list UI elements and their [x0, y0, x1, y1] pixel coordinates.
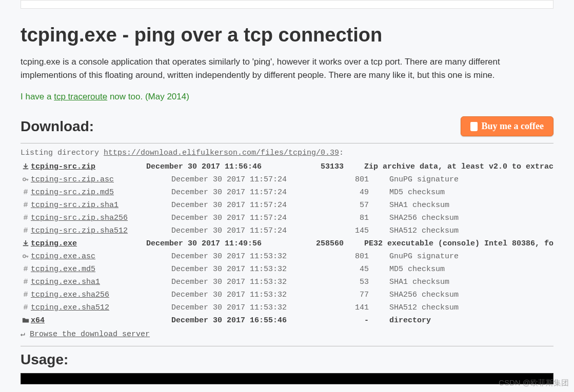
hash-icon: # — [21, 265, 31, 274]
browse-line: ↵ Browse the download server — [21, 327, 553, 343]
file-link[interactable]: tcping.exe.asc — [31, 252, 95, 261]
file-link[interactable]: tcping-src.zip.md5 — [31, 188, 114, 197]
file-date: December 30 2017 11:53:32 — [171, 291, 287, 299]
hash-icon: # — [21, 291, 31, 299]
file-size: 801 — [287, 252, 389, 261]
divider-bottom — [21, 346, 553, 346]
hash-icon: # — [21, 214, 31, 222]
file-desc: SHA1 checksum — [389, 201, 553, 210]
file-size: - — [287, 316, 389, 325]
usage-heading: Usage: — [21, 352, 553, 368]
file-date: December 30 2017 11:57:24 — [171, 214, 287, 222]
svg-rect-0 — [23, 169, 29, 170]
file-link[interactable]: x64 — [31, 316, 45, 325]
file-desc: SHA256 checksum — [389, 291, 553, 299]
traceroute-prefix: I have a — [21, 92, 54, 101]
page-title: tcping.exe - ping over a tcp connection — [21, 24, 553, 46]
file-row: #tcping.exe.md5December 30 2017 11:53:32… — [21, 263, 553, 276]
svg-point-1 — [23, 178, 26, 181]
hash-icon: # — [21, 303, 31, 312]
download-icon — [21, 163, 31, 170]
tcp-traceroute-link[interactable]: tcp traceroute — [54, 92, 107, 101]
hash-icon: # — [21, 278, 31, 286]
file-date: December 30 2017 11:53:32 — [171, 303, 287, 312]
file-size: 77 — [287, 291, 389, 299]
file-link[interactable]: tcping-src.zip.sha1 — [31, 201, 118, 210]
file-row: #tcping-src.zip.sha1December 30 2017 11:… — [21, 199, 553, 212]
return-icon: ↵ — [21, 330, 30, 339]
file-date: December 30 2017 11:57:24 — [171, 175, 287, 184]
file-desc: GnuPG signature — [389, 252, 553, 261]
file-desc: MD5 checksum — [389, 188, 553, 197]
file-row: #tcping-src.zip.sha256December 30 2017 1… — [21, 212, 553, 224]
file-size: 53133 — [262, 162, 364, 171]
svg-point-3 — [23, 255, 26, 258]
folder-icon — [21, 317, 31, 324]
file-desc: SHA256 checksum — [389, 214, 553, 222]
file-row: tcping.exe.ascDecember 30 2017 11:53:328… — [21, 250, 553, 263]
file-desc: directory — [389, 316, 553, 325]
download-icon — [21, 240, 31, 247]
coffee-label: Buy me a coffee — [482, 121, 544, 132]
file-row: #tcping.exe.sha512December 30 2017 11:53… — [21, 301, 553, 314]
file-row: #tcping-src.zip.sha512December 30 2017 1… — [21, 224, 553, 237]
file-link[interactable]: tcping-src.zip.asc — [31, 175, 114, 184]
file-desc: Zip archive data, at least v2.0 to extra… — [364, 162, 553, 171]
file-size: 81 — [287, 214, 389, 222]
file-link[interactable]: tcping.exe.md5 — [31, 265, 95, 274]
file-link[interactable]: tcping-src.zip.sha512 — [31, 226, 128, 235]
listing-directory-line: Listing directory https://download.elifu… — [21, 149, 553, 157]
hash-icon: # — [21, 226, 31, 235]
file-desc: MD5 checksum — [389, 265, 553, 274]
file-link[interactable]: tcping-src.zip.sha256 — [31, 214, 128, 222]
file-desc: PE32 executable (console) Intel 80386, f… — [364, 239, 553, 248]
file-row: tcping.exeDecember 30 2017 11:49:5625856… — [21, 237, 553, 250]
file-row: x64December 30 2017 16:55:46-directory — [21, 314, 553, 327]
file-link[interactable]: tcping.exe — [31, 239, 77, 248]
file-link[interactable]: tcping-src.zip — [31, 162, 95, 171]
file-size: 258560 — [262, 239, 364, 248]
file-desc: SHA1 checksum — [389, 278, 553, 286]
file-date: December 30 2017 11:49:56 — [146, 239, 262, 248]
intro-paragraph: tcping.exe is a console application that… — [21, 55, 553, 82]
file-desc: GnuPG signature — [389, 175, 553, 184]
file-desc: SHA512 checksum — [389, 226, 553, 235]
file-row: #tcping.exe.sha256December 30 2017 11:53… — [21, 288, 553, 301]
file-row: #tcping.exe.sha1December 30 2017 11:53:3… — [21, 276, 553, 288]
hash-icon: # — [21, 188, 31, 197]
file-date: December 30 2017 11:53:32 — [171, 252, 287, 261]
file-date: December 30 2017 11:57:24 — [171, 226, 287, 235]
file-size: 145 — [287, 226, 389, 235]
key-icon — [21, 253, 31, 260]
file-link[interactable]: tcping.exe.sha256 — [31, 291, 109, 299]
file-date: December 30 2017 11:53:32 — [171, 278, 287, 286]
hash-icon: # — [21, 201, 31, 210]
file-link[interactable]: tcping.exe.sha512 — [31, 303, 109, 312]
file-row: #tcping-src.zip.md5December 30 2017 11:5… — [21, 186, 553, 199]
file-listing: tcping-src.zipDecember 30 2017 11:56:465… — [21, 160, 553, 327]
file-date: December 30 2017 11:57:24 — [171, 201, 287, 210]
usage-terminal — [21, 373, 553, 384]
browse-download-server-link[interactable]: Browse the download server — [30, 330, 150, 339]
file-size: 801 — [287, 175, 389, 184]
file-date: December 30 2017 11:53:32 — [171, 265, 287, 274]
top-banner-area — [21, 0, 553, 9]
traceroute-suffix: now too. (May 2014) — [107, 92, 189, 101]
traceroute-note: I have a tcp traceroute now too. (May 20… — [21, 92, 553, 102]
file-date: December 30 2017 11:57:24 — [171, 188, 287, 197]
file-link[interactable]: tcping.exe.sha1 — [31, 278, 100, 286]
divider-top — [21, 143, 553, 143]
svg-rect-2 — [23, 245, 29, 246]
file-date: December 30 2017 16:55:46 — [171, 316, 287, 325]
file-size: 141 — [287, 303, 389, 312]
buy-me-coffee-button[interactable]: Buy me a coffee — [461, 116, 553, 136]
download-heading: Download: — [21, 118, 94, 135]
file-date: December 30 2017 11:56:46 — [146, 162, 262, 171]
file-size: 45 — [287, 265, 389, 274]
file-row: tcping-src.zip.ascDecember 30 2017 11:57… — [21, 173, 553, 186]
file-size: 53 — [287, 278, 389, 286]
key-icon — [21, 176, 31, 183]
file-desc: SHA512 checksum — [389, 303, 553, 312]
listing-url-link[interactable]: https://download.elifulkerson.com/files/… — [104, 149, 339, 157]
file-size: 57 — [287, 201, 389, 210]
